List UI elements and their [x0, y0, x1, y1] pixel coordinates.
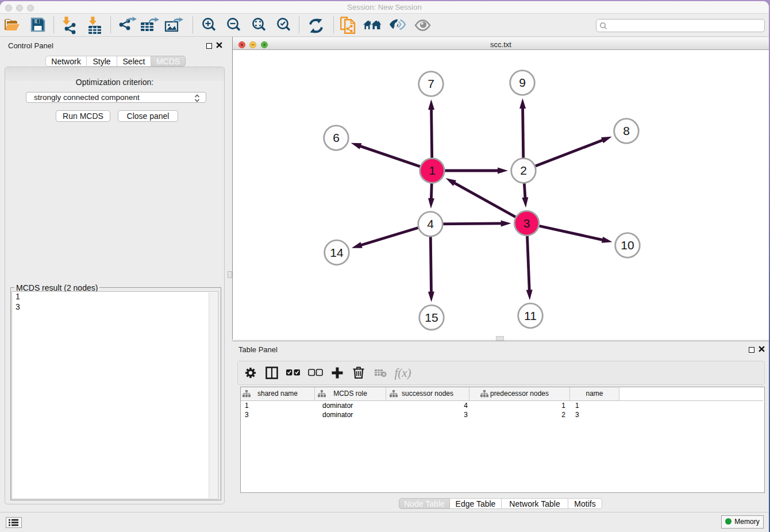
svg-text:2: 2 [520, 164, 527, 177]
svg-text:11: 11 [524, 309, 537, 322]
svg-text:4: 4 [427, 217, 434, 230]
svg-text:15: 15 [425, 311, 438, 324]
svg-text:6: 6 [333, 131, 340, 144]
svg-text:f(x): f(x) [394, 366, 411, 380]
svg-text:14: 14 [330, 246, 344, 259]
svg-text:10: 10 [621, 238, 634, 252]
svg-text:7: 7 [428, 77, 434, 90]
svg-text:3: 3 [523, 217, 530, 230]
svg-text:8: 8 [623, 124, 630, 137]
svg-text:1: 1 [429, 164, 436, 177]
svg-text:9: 9 [519, 76, 526, 89]
